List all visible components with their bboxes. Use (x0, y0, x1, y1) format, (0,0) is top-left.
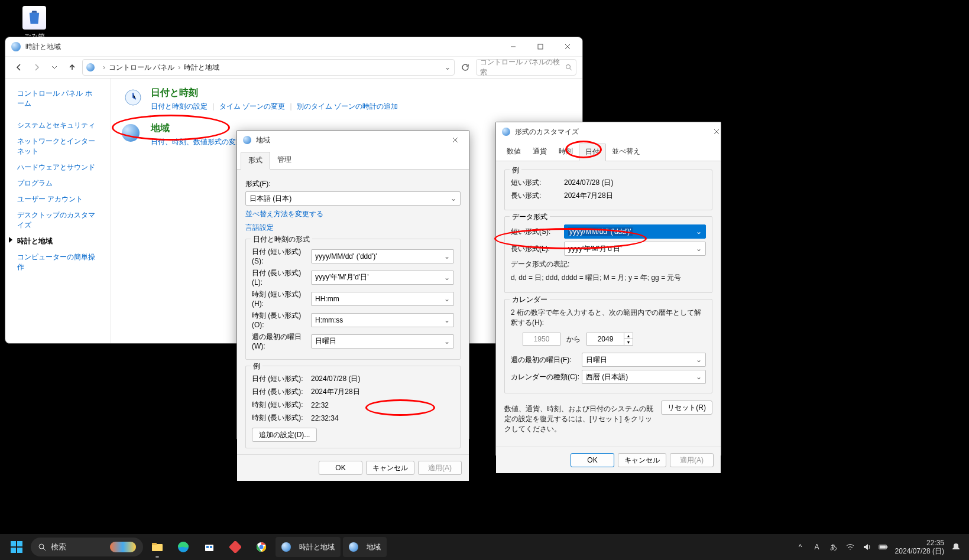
short-date-combo[interactable]: yyyy/MM/dd' ('ddd')'⌄ (311, 249, 454, 263)
long-date-combo[interactable]: yyyy'年'M'月'd'日'⌄ (311, 271, 454, 285)
taskbar-store[interactable] (197, 535, 221, 559)
taskbar-edge[interactable] (171, 535, 195, 559)
tab-currency[interactable]: 通貨 (527, 144, 553, 161)
category-region-title[interactable]: 地域 (151, 122, 243, 135)
sidebar-item-clock-region[interactable]: 時計と地域 (11, 233, 104, 249)
svg-rect-4 (17, 541, 22, 546)
long-date-label: 日付 (長い形式)(L): (252, 268, 311, 286)
customize-format-dialog: 形式のカスタマイズ 数値 通貨 時刻 日付 並べ替え 例 短い形式:2024/0… (495, 122, 721, 456)
volume-icon[interactable] (862, 542, 871, 552)
ok-button[interactable]: OK (319, 461, 362, 475)
spin-down-icon[interactable]: ▼ (624, 339, 633, 345)
notifications-icon[interactable] (951, 542, 961, 552)
taskbar-explorer[interactable] (145, 535, 169, 559)
wifi-icon[interactable] (845, 542, 855, 552)
example-short: 2024/07/28 (日) (564, 178, 706, 188)
breadcrumb[interactable]: › コントロール パネル › 時計と地域 ⌄ (82, 59, 455, 76)
breadcrumb-current[interactable]: 時計と地域 (184, 63, 219, 73)
titlebar: 時計と地域 (5, 37, 582, 56)
sidebar-item-network[interactable]: ネットワークとインターネット (11, 134, 104, 159)
ok-button[interactable]: OK (571, 453, 614, 467)
tab-format[interactable]: 形式 (241, 152, 270, 170)
sidebar-item-ease[interactable]: コンピューターの簡単操作 (11, 249, 104, 275)
chevron-down-icon: ⌄ (444, 295, 450, 303)
sidebar-item-hardware[interactable]: ハードウェアとサウンド (11, 159, 104, 175)
start-button[interactable] (5, 535, 28, 559)
cancel-button[interactable]: キャンセル (618, 453, 666, 467)
close-button[interactable] (714, 129, 720, 135)
apply-button[interactable]: 適用(A) (670, 453, 714, 467)
link-change-formats[interactable]: 日付、時刻、数値形式の変更 (151, 138, 243, 146)
sidebar-home[interactable]: コントロール パネル ホーム (11, 86, 104, 112)
short-time-combo[interactable]: HH:mm⌄ (311, 292, 454, 306)
short-format-combo[interactable]: yyyy/MM/dd' ('ddd')'⌄ (564, 224, 706, 239)
tab-number[interactable]: 数値 (501, 144, 527, 161)
battery-icon[interactable] (879, 542, 888, 552)
spin-up-icon[interactable]: ▲ (624, 333, 633, 339)
tray-chevron-icon[interactable]: ^ (796, 542, 805, 552)
example-group: 例 短い形式:2024/07/28 (日) 長い形式:2024年7月28日 (504, 170, 712, 210)
first-day-combo[interactable]: 日曜日⌄ (582, 353, 706, 367)
calendar-type-combo[interactable]: 西暦 (日本語)⌄ (582, 370, 706, 384)
link-timezone-change[interactable]: タイム ゾーンの変更 (219, 102, 285, 110)
apply-button[interactable]: 適用(A) (418, 461, 462, 475)
sidebar-item-system[interactable]: システムとセキュリティ (11, 118, 104, 134)
sidebar-item-accounts[interactable]: ユーザー アカウント (11, 191, 104, 207)
examples-group: 例 日付 (短い形式):2024/07/28 (日) 日付 (長い形式):202… (245, 366, 461, 448)
chevron-down-icon: ⌄ (696, 245, 702, 253)
back-button[interactable] (11, 60, 27, 75)
breadcrumb-root[interactable]: コントロール パネル (109, 63, 174, 73)
cancel-button[interactable]: キャンセル (366, 461, 414, 475)
chevron-down-icon[interactable]: ⌄ (445, 63, 451, 71)
sidebar-item-programs[interactable]: プログラム (11, 175, 104, 191)
taskbar-clock[interactable]: 22:35 2024/07/28 (日) (895, 539, 944, 556)
globe-icon (349, 542, 358, 552)
globe-icon (281, 542, 291, 552)
first-day-combo[interactable]: 日曜日⌄ (311, 334, 454, 349)
minimize-button[interactable] (500, 38, 527, 56)
globe-icon (243, 136, 251, 144)
taskbar-app-region[interactable]: 地域 (343, 537, 387, 557)
tab-date[interactable]: 日付 (579, 144, 606, 161)
ime-icon[interactable]: A (812, 542, 822, 552)
tab-sort[interactable]: 並べ替え (606, 144, 646, 161)
up-button[interactable] (64, 60, 80, 75)
tab-time[interactable]: 時刻 (553, 144, 579, 161)
long-time-label: 時刻 (長い形式)(O): (252, 311, 311, 329)
refresh-button[interactable] (457, 59, 474, 76)
category-datetime-title[interactable]: 日付と時刻 (151, 87, 398, 99)
chevron-down-icon: ⌄ (444, 316, 450, 324)
taskbar-search[interactable]: 検索 (31, 538, 143, 556)
svg-rect-3 (11, 541, 16, 546)
year-spinner[interactable]: ▲▼ (624, 333, 633, 346)
taskbar-app-red[interactable] (223, 535, 247, 559)
taskbar: 検索 時計と地域 地域 ^ A あ 22:35 2024/07/28 (日) (0, 534, 969, 560)
globe-icon (86, 63, 95, 71)
close-button[interactable] (554, 38, 581, 56)
sort-method-link[interactable]: 並べ替え方法を変更する (245, 209, 461, 219)
chevron-down-icon: ⌄ (696, 227, 702, 236)
link-add-clock[interactable]: 別のタイム ゾーンの時計の追加 (297, 102, 398, 110)
search-placeholder: コントロール パネルの検索 (480, 57, 565, 77)
additional-settings-button[interactable]: 追加の設定(D)... (252, 428, 317, 442)
format-combo[interactable]: 日本語 (日本)⌄ (245, 191, 461, 206)
taskbar-chrome[interactable] (249, 535, 273, 559)
recent-button[interactable] (47, 60, 62, 75)
search-input[interactable]: コントロール パネルの検索 (476, 59, 576, 76)
language-settings-link[interactable]: 言語設定 (245, 223, 461, 233)
maximize-button[interactable] (527, 38, 554, 56)
year-to-input[interactable]: 2049 (586, 333, 624, 346)
input-icon[interactable]: あ (829, 542, 838, 552)
link-datetime-settings[interactable]: 日付と時刻の設定 (151, 102, 208, 110)
forward-button[interactable] (29, 60, 44, 75)
close-button[interactable] (443, 132, 468, 148)
long-time-combo[interactable]: H:mm:ss⌄ (311, 313, 454, 327)
chevron-down-icon: ⌄ (444, 274, 450, 282)
long-format-combo[interactable]: yyyy'年'M'月'd'日'⌄ (564, 242, 706, 256)
reset-button[interactable]: リセット(R) (661, 401, 712, 415)
svg-rect-18 (886, 546, 887, 548)
sidebar-item-personalization[interactable]: デスクトップのカスタマイズ (11, 207, 104, 233)
tab-admin[interactable]: 管理 (270, 152, 299, 169)
chevron-down-icon: ⌄ (444, 252, 450, 261)
taskbar-app-clock-region[interactable]: 時計と地域 (276, 537, 341, 557)
